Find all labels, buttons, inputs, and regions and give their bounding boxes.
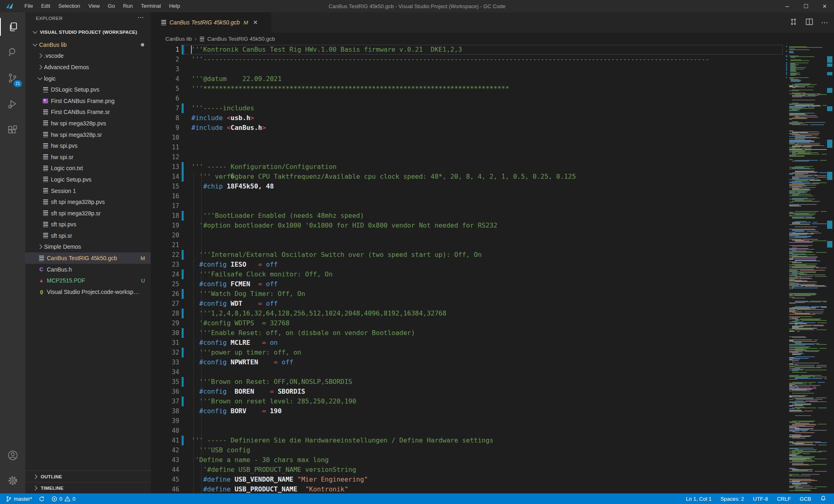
code-line-4[interactable]: 4'''@datum 22.09.2021: [151, 74, 834, 84]
search-icon[interactable]: [0, 43, 25, 61]
tree-item-logic-setup-pvs[interactable]: Logic Setup.pvs: [25, 174, 151, 185]
code-line-1[interactable]: 1'''Kontronik CanBus Test Rig HWv.1.00 B…: [151, 45, 834, 55]
tab-close-icon[interactable]: ✕: [253, 19, 258, 26]
code-line-37[interactable]: 37 '''Brown on reset level: 285,250,220,…: [151, 397, 834, 406]
tree-item-visual-studio-project-code-workspa[interactable]: {}Visual Studio Project.code-workspa...: [25, 286, 151, 298]
tree-item-canbus-lib[interactable]: CanBus lib: [25, 39, 151, 50]
tree-item-advanced-demos[interactable]: Advanced Demos: [25, 61, 151, 73]
notifications-bell-icon[interactable]: [816, 495, 831, 502]
code-line-35[interactable]: 35 '''Brown on Reset: OFF,ON,NOSLP,SBORD…: [151, 377, 834, 387]
explorer-more-actions-icon[interactable]: ⋯: [137, 13, 144, 21]
code-line-45[interactable]: 45 #define USB_VENDOR_NAME "Mier Enginee…: [151, 475, 834, 484]
tree-item-vscode[interactable]: .vscode: [25, 50, 151, 62]
tree-item-canbus-h[interactable]: CCanBus.h: [25, 264, 151, 275]
code-line-41[interactable]: 41''' ----- Definieren Sie die Hardwaree…: [151, 436, 834, 445]
language-mode[interactable]: GCB: [795, 496, 816, 502]
code-line-8[interactable]: 8#include <usb.h>: [151, 113, 834, 123]
menu-terminal[interactable]: Terminal: [137, 0, 165, 12]
tree-item-logic[interactable]: logic: [25, 73, 151, 84]
split-editor-icon[interactable]: [805, 18, 814, 28]
code-line-3[interactable]: 3: [151, 64, 834, 74]
tree-item-sft-spi-mega328p-sr[interactable]: sft spi mega328p.sr: [25, 208, 151, 219]
code-line-28[interactable]: 28 '''1,2,4,8,16,32,64,128,256,512,1024,…: [151, 309, 834, 318]
minimize-button[interactable]: ─: [778, 0, 797, 12]
explorer-icon[interactable]: [0, 18, 26, 36]
code-line-36[interactable]: 36 #config BOREN = SBORDIS: [151, 387, 834, 397]
code-line-25[interactable]: 25 #config FCMEN = off: [151, 279, 834, 289]
minimap[interactable]: [786, 45, 827, 493]
code-line-44[interactable]: 44 '#define USB_PRODUCT_NAME versionStri…: [151, 465, 834, 475]
code-line-39[interactable]: 39: [151, 416, 834, 426]
tree-item-hw-spi-sr[interactable]: hw spi.sr: [25, 151, 151, 163]
close-button[interactable]: ✕: [815, 0, 834, 12]
code-line-40[interactable]: 40: [151, 426, 834, 436]
open-changes-icon[interactable]: [789, 18, 798, 28]
menu-file[interactable]: File: [20, 0, 37, 12]
menu-edit[interactable]: Edit: [37, 0, 54, 12]
code-line-19[interactable]: 19 '#option bootloader 0x1000 '0x1000 fo…: [151, 221, 834, 230]
tree-item-mcp2515-pdf[interactable]: ▲MCP2515.PDFU: [25, 275, 151, 286]
encoding[interactable]: UTF-8: [748, 496, 773, 502]
code-line-34[interactable]: 34: [151, 367, 834, 377]
tree-item-hw-spi-pvs[interactable]: hw spi.pvs: [25, 140, 151, 151]
tree-item-simple-demos[interactable]: Simple Demos: [25, 241, 151, 253]
tree-item-hw-spi-mega328p-pvs[interactable]: hw spi mega328p.pvs: [25, 118, 151, 129]
tree-item-first-canbus-frame-sr[interactable]: First CANBus Frame.sr: [25, 107, 151, 118]
code-line-46[interactable]: 46 #define USB_PRODUCT_NAME "Kontronik": [151, 484, 834, 493]
code-line-31[interactable]: 31 #config MCLRE = on: [151, 338, 834, 348]
extensions-icon[interactable]: [0, 121, 25, 139]
code-line-23[interactable]: 23 #config IESO = off: [151, 260, 834, 270]
code-line-27[interactable]: 27 #config WDT = off: [151, 299, 834, 309]
git-branch-indicator[interactable]: master*: [2, 493, 35, 504]
menu-run[interactable]: Run: [119, 0, 137, 12]
tree-item-logic-con-txt[interactable]: Logic con.txt: [25, 163, 151, 174]
code-line-12[interactable]: 12: [151, 152, 834, 162]
menu-view[interactable]: View: [84, 0, 104, 12]
workspace-section-header[interactable]: VISUAL STUDIO PROJECT (WORKSPACE): [25, 27, 151, 37]
code-line-29[interactable]: 29 '#config WDTPS = 32768: [151, 318, 834, 328]
code-line-32[interactable]: 32 '''power up timer: off, on: [151, 348, 834, 357]
maximize-button[interactable]: ☐: [797, 0, 815, 12]
account-icon[interactable]: [0, 446, 25, 464]
tree-item-canbus-testrig-45k50-gcb[interactable]: CanBus TestRIG 45k50.gcbM: [25, 252, 151, 264]
code-line-6[interactable]: 6: [151, 94, 834, 103]
code-line-5[interactable]: 5'''************************************…: [151, 84, 834, 94]
tree-item-hw-spi-mega328p-sr[interactable]: hw spi mega328p.sr: [25, 129, 151, 140]
code-line-7[interactable]: 7'''-----includes: [151, 103, 834, 113]
code-line-9[interactable]: 9#include <CanBus.h>: [151, 123, 834, 133]
tree-item-session-1[interactable]: Session 1: [25, 185, 151, 197]
menu-selection[interactable]: Selection: [54, 0, 84, 12]
section-timeline[interactable]: TIMELINE: [25, 482, 151, 493]
cursor-position[interactable]: Ln 1, Col 1: [681, 496, 716, 502]
menu-go[interactable]: Go: [104, 0, 119, 12]
code-line-20[interactable]: 20: [151, 230, 834, 240]
tree-item-sft-spi-mega328p-pvs[interactable]: sft spi mega328p.pvs: [25, 196, 151, 208]
tree-item-first-canbus-frame-png[interactable]: First CANBus Frame.png: [25, 95, 151, 107]
settings-gear-icon[interactable]: [0, 471, 25, 489]
breadcrumb-file[interactable]: CanBus TestRIG 45k50.gcb: [207, 36, 275, 42]
eol-sequence[interactable]: CRLF: [773, 496, 795, 502]
code-line-38[interactable]: 38 #config BORV = 190: [151, 406, 834, 416]
overview-ruler[interactable]: [827, 45, 832, 493]
tree-item-sft-spi-pvs[interactable]: sft spi.pvs: [25, 219, 151, 230]
source-control-icon[interactable]: 21: [0, 69, 25, 87]
problems-indicator[interactable]: 0 0: [48, 493, 79, 504]
code-line-43[interactable]: 43 'Define a name - 30 chars max long: [151, 455, 834, 465]
indentation[interactable]: Spaces: 2: [716, 496, 748, 502]
code-line-18[interactable]: 18 '''BootLoader Enabled (needs 48mhz sp…: [151, 211, 834, 221]
code-line-10[interactable]: 10: [151, 133, 834, 142]
sync-changes-icon[interactable]: [35, 493, 48, 504]
more-actions-icon[interactable]: ⋯: [821, 18, 828, 27]
code-line-26[interactable]: 26 '''Watch Dog Timer: Off, On: [151, 289, 834, 299]
code-line-15[interactable]: 15 #chip 18F45k50, 48: [151, 182, 834, 191]
code-line-24[interactable]: 24 '''Failsafe Clock monitor: Off, On: [151, 270, 834, 279]
code-line-2[interactable]: 2'''------------------------------------…: [151, 55, 834, 64]
tab-canbus-testrig[interactable]: CanBus TestRIG 45k50.gcb M ✕: [151, 12, 271, 33]
section-outline[interactable]: OUTLINE: [25, 471, 151, 482]
code-line-30[interactable]: 30 '''Enable Reset: off, on (disbale on …: [151, 328, 834, 338]
code-line-42[interactable]: 42 '''USB config: [151, 445, 834, 455]
code-line-22[interactable]: 22 '''Internal/External Oscilator Switch…: [151, 250, 834, 260]
code-line-14[interactable]: 14 ''' verf�gbare CPU Taktfrequenz/Avail…: [151, 172, 834, 182]
code-line-21[interactable]: 21: [151, 240, 834, 250]
menu-help[interactable]: Help: [165, 0, 184, 12]
